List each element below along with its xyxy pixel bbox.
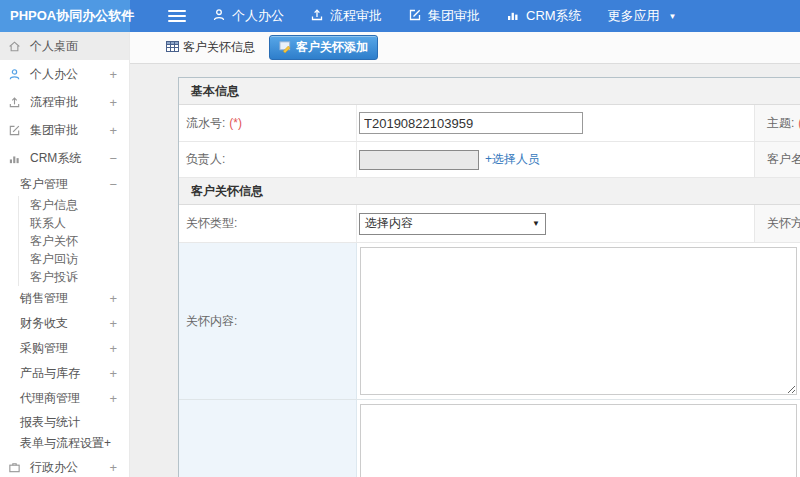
nav-crm-system[interactable]: CRM系统 xyxy=(506,7,582,25)
nav-personal-office[interactable]: 个人办公 xyxy=(212,7,284,25)
expand-toggle[interactable]: + xyxy=(109,341,117,356)
care-type-label: 关怀类型: xyxy=(179,205,357,242)
sidebar-item-label: 客户信息 xyxy=(30,197,78,214)
sidebar-item-form-workflow-settings[interactable]: 表单与流程设置+ xyxy=(0,433,129,453)
expand-toggle[interactable]: + xyxy=(109,123,117,138)
expand-toggle[interactable]: + xyxy=(109,67,117,82)
section-header-care-info: 客户关怀信息 xyxy=(179,178,800,205)
tab-label: 客户关怀信息 xyxy=(183,39,255,56)
nav-label: 集团审批 xyxy=(428,7,480,25)
sidebar-item-label: 集团审批 xyxy=(30,122,78,139)
field-label: 流水号: xyxy=(186,115,225,132)
subject-label: 主题: (*) xyxy=(754,105,800,141)
top-nav: 个人办公 流程审批 集团审批 CRM系统 更多应用 ▼ xyxy=(212,7,677,25)
sidebar-item-label: 产品与库存 xyxy=(20,365,80,382)
home-icon xyxy=(8,40,21,53)
sidebar-item-contacts[interactable]: 联系人 xyxy=(19,214,129,232)
sidebar-item-label: 客户回访 xyxy=(30,251,78,268)
sidebar-item-agent-management[interactable]: 代理商管理 + xyxy=(0,386,129,411)
extra-content-row xyxy=(179,400,800,477)
care-content-row: 关怀内容: xyxy=(179,243,800,400)
extra-content-label xyxy=(179,400,357,477)
tab-customer-care-info[interactable]: 客户关怀信息 xyxy=(160,36,261,59)
sidebar-item-products-inventory[interactable]: 产品与库存 + xyxy=(0,361,129,386)
owner-row: 负责人: +选择人员 客户名称: (*) xyxy=(179,142,800,178)
expand-toggle[interactable]: + xyxy=(109,391,117,406)
serial-number-input[interactable] xyxy=(359,112,583,134)
person-icon xyxy=(212,8,226,25)
field-label: 关怀内容: xyxy=(186,313,237,330)
sidebar: 个人桌面 个人办公 + 流程审批 + 集团审批 + CRM系统 − 客户管理 −… xyxy=(0,32,130,477)
expand-toggle[interactable]: + xyxy=(109,291,117,306)
main-area: 客户关怀信息 客户关怀添加 基本信息 流水号: (*) xyxy=(130,32,800,477)
selected-option: 选择内容 xyxy=(365,215,413,232)
sidebar-item-label: 个人桌面 xyxy=(30,38,78,55)
sidebar-item-label: 采购管理 xyxy=(20,340,68,357)
sidebar-item-sales-management[interactable]: 销售管理 + xyxy=(0,286,129,311)
extra-content-textarea[interactable] xyxy=(360,404,797,477)
collapse-toggle[interactable]: − xyxy=(109,151,117,166)
sidebar-item-purchasing[interactable]: 采购管理 + xyxy=(0,336,129,361)
tab-label: 客户关怀添加 xyxy=(296,39,368,56)
person-icon xyxy=(8,68,21,81)
sidebar-item-customer-care[interactable]: 客户关怀 xyxy=(19,232,129,250)
collapse-toggle[interactable]: − xyxy=(109,177,117,192)
sidebar-item-label: 表单与流程设置+ xyxy=(20,435,111,452)
required-mark: (*) xyxy=(229,116,242,130)
owner-input[interactable] xyxy=(359,150,479,170)
sidebar-item-label: 客户投诉 xyxy=(30,269,78,286)
sidebar-item-personal-office[interactable]: 个人办公 + xyxy=(0,60,129,88)
nav-label: 更多应用 xyxy=(608,7,660,25)
briefcase-icon xyxy=(8,461,21,474)
flow-icon xyxy=(310,8,324,25)
owner-cell: +选择人员 xyxy=(357,142,754,177)
chart-icon xyxy=(8,152,21,165)
menu-toggle-icon[interactable] xyxy=(168,7,186,25)
expand-toggle[interactable]: + xyxy=(109,460,117,475)
nav-workflow-approval[interactable]: 流程审批 xyxy=(310,7,382,25)
sidebar-item-label: 报表与统计 xyxy=(20,414,80,431)
sidebar-item-customer-info[interactable]: 客户信息 xyxy=(19,196,129,214)
nav-label: 流程审批 xyxy=(330,7,382,25)
field-label: 主题: xyxy=(767,115,794,132)
sidebar-item-finance[interactable]: 财务收支 + xyxy=(0,311,129,336)
nav-label: CRM系统 xyxy=(526,7,582,25)
field-label: 客户名称: xyxy=(767,151,800,168)
nav-more-apps[interactable]: 更多应用 ▼ xyxy=(608,7,677,25)
sidebar-item-desktop[interactable]: 个人桌面 xyxy=(0,32,129,60)
sidebar-item-customer-management[interactable]: 客户管理 − xyxy=(0,172,129,196)
app-logo[interactable]: PHPOA协同办公软件 xyxy=(0,0,130,32)
nav-group-approval[interactable]: 集团审批 xyxy=(408,7,480,25)
sidebar-item-crm-system[interactable]: CRM系统 − xyxy=(0,144,129,172)
sidebar-item-admin-office[interactable]: 行政办公 + xyxy=(0,453,129,477)
select-person-link[interactable]: +选择人员 xyxy=(485,151,540,168)
sidebar-item-label: 流程审批 xyxy=(30,94,78,111)
sidebar-item-group-approval[interactable]: 集团审批 + xyxy=(0,116,129,144)
expand-toggle[interactable]: + xyxy=(109,366,117,381)
field-label: 关怀类型: xyxy=(186,215,237,232)
sidebar-item-label: 客户管理 xyxy=(20,176,68,193)
tab-customer-care-add[interactable]: 客户关怀添加 xyxy=(269,35,378,60)
sidebar-item-reports-statistics[interactable]: 报表与统计 xyxy=(0,411,129,433)
sidebar-item-label: 销售管理 xyxy=(20,290,68,307)
dropdown-arrow-icon: ▼ xyxy=(532,219,540,228)
nav-label: 个人办公 xyxy=(232,7,284,25)
care-content-label: 关怀内容: xyxy=(179,243,357,399)
sidebar-item-label: 代理商管理 xyxy=(20,390,80,407)
sidebar-item-workflow-approval[interactable]: 流程审批 + xyxy=(0,88,129,116)
customer-name-label: 客户名称: (*) xyxy=(754,142,800,177)
flow-icon xyxy=(8,96,21,109)
serial-number-row: 流水号: (*) 主题: (*) xyxy=(179,105,800,142)
sidebar-item-customer-complaint[interactable]: 客户投诉 xyxy=(19,268,129,286)
field-label: 负责人: xyxy=(186,151,225,168)
sidebar-item-label: CRM系统 xyxy=(30,150,81,167)
sidebar-item-customer-revisit[interactable]: 客户回访 xyxy=(19,250,129,268)
sidebar-item-label: 行政办公 xyxy=(30,459,78,476)
field-label: 关怀方式: xyxy=(767,215,800,232)
expand-toggle[interactable]: + xyxy=(109,316,117,331)
care-content-textarea[interactable] xyxy=(360,247,797,395)
serial-number-label: 流水号: (*) xyxy=(179,105,357,141)
sidebar-item-label: 客户关怀 xyxy=(30,233,78,250)
expand-toggle[interactable]: + xyxy=(109,95,117,110)
care-type-select[interactable]: 选择内容 ▼ xyxy=(359,213,546,235)
